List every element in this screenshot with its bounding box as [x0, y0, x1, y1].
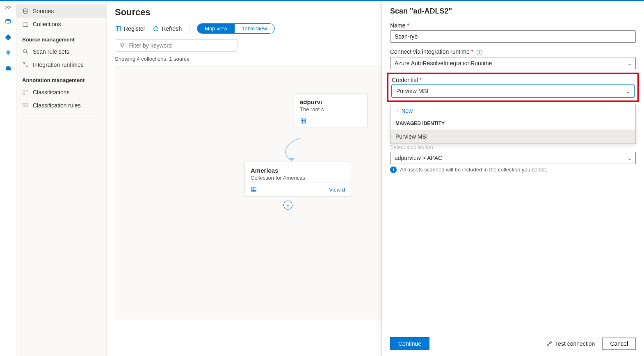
svg-point-0	[6, 19, 11, 21]
collection-value: adpurview > APAC	[395, 155, 442, 161]
new-credential-option[interactable]: + New	[391, 104, 635, 117]
sidebar-item-label: Sources	[33, 8, 54, 14]
sidebar-item-label: Classifications	[33, 89, 69, 96]
svg-rect-3	[7, 54, 9, 55]
svg-rect-7	[23, 23, 28, 27]
svg-rect-5	[7, 66, 9, 67]
grid-icon	[300, 118, 306, 124]
sources-icon	[22, 8, 29, 14]
sidebar-section-annotation: Annotation management	[16, 71, 106, 86]
data-catalog-icon[interactable]	[4, 18, 12, 26]
credential-option-purview-msi[interactable]: Purview MSI	[391, 130, 635, 144]
svg-rect-11	[23, 90, 25, 92]
test-connection-label: Test connection	[555, 340, 595, 347]
svg-marker-1	[5, 34, 11, 41]
panel-footer: Continue Test connection Cancel	[390, 332, 636, 350]
view-details-link[interactable]: View d	[329, 187, 345, 193]
scan-panel: Scan "ad-ADLS2" Name * Connect via integ…	[381, 1, 644, 356]
chevron-down-icon: ⌄	[626, 88, 630, 94]
card-title: adpurvi	[300, 98, 361, 105]
card-title: Americas	[251, 167, 345, 174]
sidebar-nav: Sources Collections Source management Sc…	[16, 1, 107, 356]
runtime-icon	[22, 62, 29, 68]
map-view-toggle[interactable]: Map view	[197, 24, 235, 33]
runtime-dropdown[interactable]: Azure AutoResolveIntegrationRuntime ⌄	[390, 57, 636, 69]
sidebar-section-source-mgmt: Source management	[16, 31, 106, 45]
collection-help: i All assets scanned will be included in…	[390, 167, 636, 173]
sidebar-item-label: Collections	[33, 21, 61, 27]
svg-point-6	[23, 9, 27, 10]
credential-dropdown-popup: + New MANAGED IDENTITY Purview MSI	[390, 104, 636, 144]
filter-input[interactable]	[128, 42, 233, 49]
svg-point-2	[6, 50, 10, 54]
sidebar-item-label: Classification rules	[33, 102, 81, 109]
new-label: New	[401, 107, 413, 114]
collection-label-obscured: Select a collection	[390, 144, 636, 150]
sidebar-item-scan-rule-sets[interactable]: Scan rule sets	[16, 45, 106, 58]
register-label: Register	[124, 25, 145, 32]
sidebar-item-label: Integration runtimes	[33, 62, 84, 68]
svg-rect-4	[6, 67, 11, 71]
sidebar-item-classification-rules[interactable]: Classification rules	[16, 99, 106, 112]
chevron-down-icon: ⌄	[627, 60, 632, 66]
card-subtitle: The root c	[300, 106, 361, 112]
credential-label: Credential *	[392, 77, 634, 83]
cancel-button[interactable]: Cancel	[602, 338, 636, 350]
credential-highlight: Credential * Purview MSI ⌄	[387, 73, 639, 102]
insights-icon[interactable]	[4, 49, 12, 57]
chevron-down-icon: ⌄	[627, 155, 632, 161]
name-input[interactable]	[390, 30, 636, 43]
svg-rect-13	[23, 93, 25, 95]
add-collection-button[interactable]: +	[283, 201, 292, 210]
collection-dropdown[interactable]: adpurview > APAC ⌄	[390, 152, 636, 164]
svg-rect-15	[26, 103, 28, 105]
register-button[interactable]: Register	[115, 25, 145, 32]
collections-icon	[22, 21, 29, 27]
runtime-label: Connect via integration runtime * i	[390, 48, 636, 55]
svg-point-8	[23, 50, 27, 53]
help-text: All assets scanned will be included in t…	[400, 167, 547, 173]
classification-rules-icon	[22, 102, 29, 109]
classifications-icon	[22, 89, 29, 96]
credential-value: Purview MSI	[396, 88, 429, 94]
management-icon[interactable]	[4, 64, 12, 73]
runtime-value: Azure AutoResolveIntegrationRuntime	[395, 60, 492, 66]
table-view-toggle[interactable]: Table view	[235, 24, 274, 33]
info-icon: i	[390, 167, 397, 173]
icon-rail: >>	[0, 1, 16, 356]
refresh-label: Refresh	[162, 25, 182, 32]
svg-rect-17	[301, 119, 306, 123]
grid-icon	[251, 186, 257, 193]
info-icon[interactable]: i	[477, 50, 482, 55]
refresh-button[interactable]: Refresh	[153, 25, 182, 32]
view-toggle: Map view Table view	[197, 23, 275, 34]
sidebar-item-label: Scan rule sets	[33, 48, 69, 55]
svg-rect-16	[116, 26, 121, 31]
filter-icon	[119, 43, 125, 48]
svg-rect-14	[23, 103, 25, 105]
collection-card-root[interactable]: adpurvi The root c	[294, 93, 368, 128]
filter-box[interactable]	[115, 39, 238, 52]
sidebar-item-collections[interactable]: Collections	[16, 18, 106, 31]
connector-line	[275, 136, 308, 165]
credential-dropdown[interactable]: Purview MSI ⌄	[392, 85, 634, 97]
svg-rect-12	[26, 90, 28, 92]
card-subtitle: Collection for Americas	[251, 175, 345, 181]
svg-rect-19	[252, 187, 256, 192]
expand-rail-icon[interactable]: >>	[5, 5, 11, 10]
sidebar-item-integration-runtimes[interactable]: Integration runtimes	[16, 58, 106, 71]
sidebar-item-classifications[interactable]: Classifications	[16, 86, 106, 99]
test-connection-button[interactable]: Test connection	[546, 340, 595, 347]
register-icon	[115, 25, 121, 32]
credential-group-label: MANAGED IDENTITY	[391, 117, 635, 130]
sidebar-item-sources[interactable]: Sources	[16, 5, 106, 18]
refresh-icon	[153, 25, 159, 32]
plus-icon: +	[395, 107, 399, 114]
plug-icon	[546, 340, 553, 347]
scan-rule-icon	[22, 48, 29, 55]
panel-title: Scan "ad-ADLS2"	[390, 7, 636, 16]
collection-card-americas[interactable]: Americas Collection for Americas View d	[244, 162, 351, 196]
map-icon[interactable]	[4, 33, 12, 41]
continue-button[interactable]: Continue	[390, 337, 429, 350]
name-label: Name *	[390, 22, 636, 29]
